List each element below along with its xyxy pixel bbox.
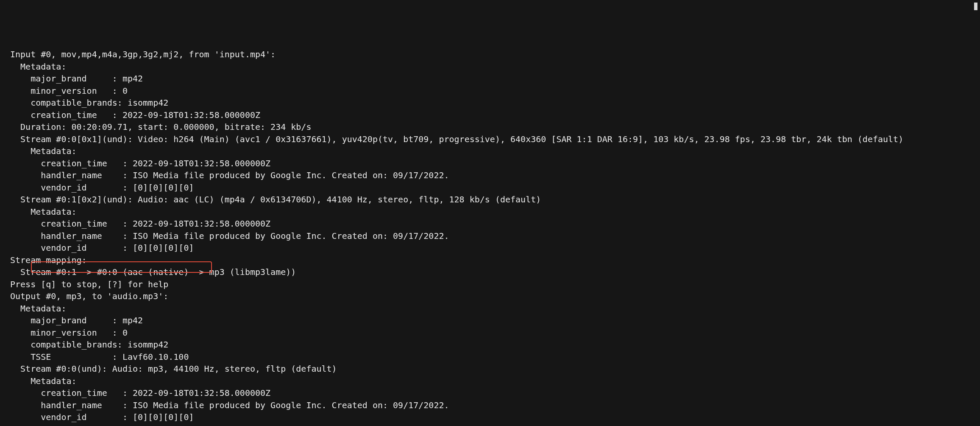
terminal-line: major_brand : mp42 bbox=[10, 73, 977, 85]
terminal-line: Metadata: bbox=[10, 145, 977, 157]
terminal-line: Duration: 00:20:09.71, start: 0.000000, … bbox=[10, 121, 977, 133]
terminal-line: major_brand : mp42 bbox=[10, 314, 977, 327]
terminal-line: creation_time : 2022-09-18T01:32:58.0000… bbox=[10, 387, 977, 399]
terminal-line: Press [q] to stop, [?] for help bbox=[10, 278, 977, 291]
terminal-line: Metadata: bbox=[10, 61, 977, 73]
terminal-line: vendor_id : [0][0][0][0] bbox=[10, 182, 977, 194]
terminal-line: encoder : Lavc60.22.100 libmp3lame bbox=[10, 423, 977, 426]
terminal-line: Stream #0:0[0x1](und): Video: h264 (Main… bbox=[10, 133, 977, 146]
terminal-line: creation_time : 2022-09-18T01:32:58.0000… bbox=[10, 157, 977, 170]
terminal-line: Stream #0:1[0x2](und): Audio: aac (LC) (… bbox=[10, 193, 977, 206]
terminal-line: Stream #0:0(und): Audio: mp3, 44100 Hz, … bbox=[10, 363, 977, 375]
terminal-line: Stream #0:1 -> #0:0 (aac (native) -> mp3… bbox=[10, 266, 977, 278]
terminal-line: Input #0, mov,mp4,m4a,3gp,3g2,mj2, from … bbox=[10, 48, 977, 61]
terminal-line: vendor_id : [0][0][0][0] bbox=[10, 242, 977, 254]
terminal-line: creation_time : 2022-09-18T01:32:58.0000… bbox=[10, 109, 977, 121]
terminal-output[interactable]: Input #0, mov,mp4,m4a,3gp,3g2,mj2, from … bbox=[10, 48, 977, 426]
terminal-line: compatible_brands: isommp42 bbox=[10, 97, 977, 109]
terminal-line: TSSE : Lavf60.10.100 bbox=[10, 351, 977, 363]
terminal-line: handler_name : ISO Media file produced b… bbox=[10, 169, 977, 182]
terminal-line: handler_name : ISO Media file produced b… bbox=[10, 230, 977, 242]
terminal-line: minor_version : 0 bbox=[10, 327, 977, 339]
terminal-line: handler_name : ISO Media file produced b… bbox=[10, 399, 977, 412]
terminal-line: vendor_id : [0][0][0][0] bbox=[10, 411, 977, 423]
terminal-line: minor_version : 0 bbox=[10, 85, 977, 97]
scrollbar-thumb[interactable] bbox=[974, 3, 977, 10]
terminal-line: Metadata: bbox=[10, 375, 977, 387]
terminal-line: Metadata: bbox=[10, 303, 977, 315]
terminal-line: Metadata: bbox=[10, 206, 977, 218]
terminal-line: creation_time : 2022-09-18T01:32:58.0000… bbox=[10, 218, 977, 230]
terminal-line: compatible_brands: isommp42 bbox=[10, 339, 977, 351]
terminal-line: Stream mapping: bbox=[10, 254, 977, 266]
terminal-line: Output #0, mp3, to 'audio.mp3': bbox=[10, 290, 977, 303]
